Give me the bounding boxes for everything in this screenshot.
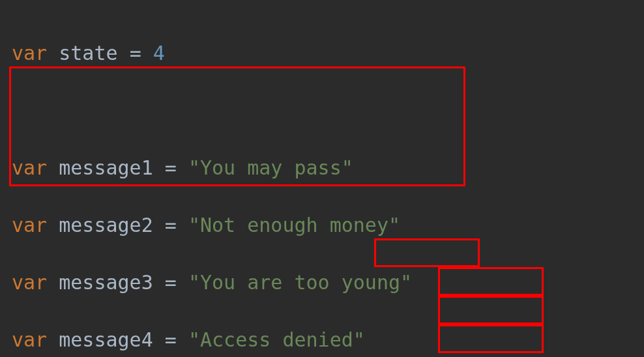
keyword-var: var: [12, 42, 47, 64]
highlight-box-msg3: [438, 296, 544, 324]
identifier-message4: message4: [59, 328, 153, 351]
code-line: var message3 = "You are too young": [12, 268, 644, 297]
code-blank-line: [12, 96, 644, 125]
code-editor[interactable]: var state = 4 var message1 = "You may pa…: [0, 0, 644, 357]
string-literal: "Access denied": [188, 328, 365, 351]
identifier-state: state: [59, 42, 117, 64]
code-line: var message2 = "Not enough money": [12, 211, 644, 240]
identifier-message1: message1: [59, 156, 153, 179]
string-literal: "You may pass": [188, 156, 353, 179]
identifier-message2: message2: [59, 214, 153, 236]
string-literal: "You are too young": [188, 271, 412, 294]
highlight-box-msg1: [374, 238, 480, 267]
string-literal: "Not enough money": [188, 214, 400, 236]
code-line: var message1 = "You may pass": [12, 154, 644, 182]
identifier-message3: message3: [59, 271, 153, 294]
code-line: var message4 = "Access denied": [12, 326, 644, 354]
code-line: var state = 4: [12, 39, 644, 68]
number-literal: 4: [153, 42, 165, 64]
